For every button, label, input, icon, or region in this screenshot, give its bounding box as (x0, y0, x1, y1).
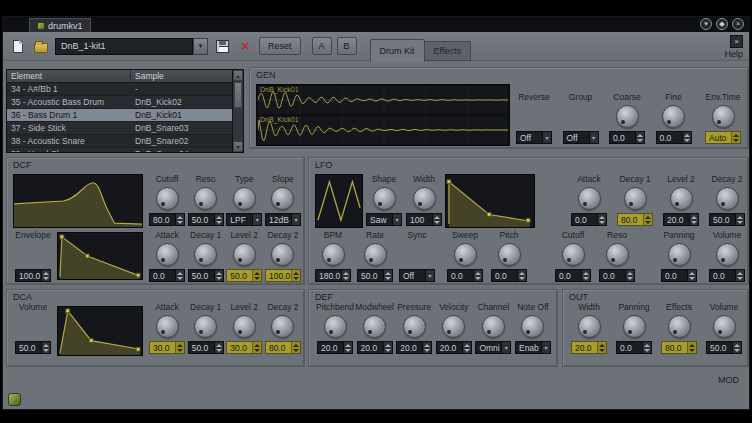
def-pitchbend-knob[interactable] (324, 315, 347, 338)
out-effects-spinbox[interactable]: 80.0 (661, 341, 697, 354)
dcf-decay2-knob[interactable] (271, 243, 294, 266)
spin-down-icon[interactable] (423, 348, 431, 354)
dca-attack-spinbox[interactable]: 30.0 (149, 341, 185, 354)
spin-arrows[interactable] (343, 342, 352, 353)
spin-arrows[interactable] (731, 132, 740, 143)
spin-down-icon[interactable] (683, 138, 691, 144)
dcf-slope-combo[interactable]: 12dB▾ (265, 213, 301, 226)
spin-down-icon[interactable] (636, 138, 644, 144)
dca-level2-spinbox[interactable]: 30.0 (226, 341, 262, 354)
def-noteoff-combo[interactable]: Enab▾ (515, 341, 551, 354)
spin-arrows[interactable] (41, 270, 50, 281)
spin-down-icon[interactable] (732, 138, 740, 144)
spin-down-icon[interactable] (736, 276, 744, 282)
lfo-envelope-graph[interactable] (445, 174, 535, 228)
dcf-level2-knob[interactable] (233, 243, 256, 266)
def-modwheel-knob[interactable] (363, 315, 386, 338)
spin-arrows[interactable] (642, 342, 651, 353)
env-time-knob[interactable] (712, 105, 735, 128)
dcf-type-combo[interactable]: LPF▾ (226, 213, 262, 226)
spin-down-icon[interactable] (643, 348, 651, 354)
spin-down-icon[interactable] (384, 348, 392, 354)
bank-b-button[interactable]: B (337, 37, 357, 55)
env-time-spinbox[interactable]: Auto (705, 131, 741, 144)
spin-arrows[interactable] (383, 270, 392, 281)
lfo-attack-knob[interactable] (578, 187, 601, 210)
lfo-cutoff-knob[interactable] (562, 243, 585, 266)
spin-down-icon[interactable] (42, 348, 50, 354)
spin-arrows[interactable] (383, 342, 392, 353)
lfo-pitch-knob[interactable] (498, 243, 521, 266)
spin-down-icon[interactable] (626, 276, 634, 282)
dca-decay1-spinbox[interactable]: 50.0 (188, 341, 224, 354)
spin-down-icon[interactable] (176, 220, 184, 226)
lfo-reso-knob[interactable] (606, 243, 629, 266)
dcf-level2-spinbox[interactable]: 50.0 (226, 269, 262, 282)
def-pressure-knob[interactable] (403, 315, 426, 338)
spin-down-icon[interactable] (42, 276, 50, 282)
spin-down-icon[interactable] (344, 348, 352, 354)
spin-down-icon[interactable] (342, 276, 350, 282)
scroll-down-icon[interactable]: ▾ (233, 141, 243, 152)
lfo-volume-knob[interactable] (716, 243, 739, 266)
dcf-cutoff-knob[interactable] (156, 187, 179, 210)
group-combo[interactable]: Off▾ (563, 131, 599, 144)
column-header-sample[interactable]: Sample (131, 70, 243, 83)
dcf-envelope-spinbox[interactable]: 100.0 (15, 269, 51, 282)
def-channel-knob[interactable] (482, 315, 505, 338)
lfo-sweep-spinbox[interactable]: 0.0 (447, 269, 483, 282)
list-item[interactable]: 37 - Side StickDnB_Snare03 (7, 122, 232, 135)
column-header-element[interactable]: Element (7, 70, 131, 83)
dcf-cutoff-spinbox[interactable]: 80.0 (149, 213, 185, 226)
list-item[interactable]: 36 - Bass Drum 1DnB_Kick01 (7, 109, 232, 122)
dcf-envelope-graph[interactable] (57, 232, 143, 280)
spin-down-icon[interactable] (688, 276, 696, 282)
spin-down-icon[interactable] (292, 348, 300, 354)
spin-down-icon[interactable] (598, 220, 606, 226)
def-velocity-knob[interactable] (442, 315, 465, 338)
reverse-combo[interactable]: Off▾ (516, 131, 552, 144)
maximize-button[interactable]: ◆ (716, 18, 728, 30)
def-velocity-spinbox[interactable]: 20.0 (436, 341, 472, 354)
spin-arrows[interactable] (422, 342, 431, 353)
lfo-cutoff-spinbox[interactable]: 0.0 (555, 269, 591, 282)
spin-arrows[interactable] (732, 342, 741, 353)
dcf-type-knob[interactable] (233, 187, 256, 210)
lfo-shape-knob[interactable] (373, 187, 396, 210)
def-pitchbend-spinbox[interactable]: 20.0 (317, 341, 353, 354)
window-title-tab[interactable]: drumkv1 (29, 18, 91, 32)
spin-arrows[interactable] (214, 270, 223, 281)
spin-arrows[interactable] (175, 342, 184, 353)
lfo-level2-spinbox[interactable]: 20.0 (663, 213, 699, 226)
list-scrollbar[interactable]: ▴ ▾ (232, 70, 243, 152)
lfo-sweep-knob[interactable] (454, 243, 477, 266)
spin-down-icon[interactable] (292, 276, 300, 282)
preset-combo[interactable]: DnB_1-kit1 ▾ (55, 38, 208, 55)
spin-down-icon[interactable] (733, 348, 741, 354)
spin-arrows[interactable] (643, 214, 652, 225)
spin-down-icon[interactable] (176, 348, 184, 354)
spin-arrows[interactable] (735, 270, 744, 281)
help-menu[interactable]: Help (724, 49, 743, 59)
lfo-shape-combo[interactable]: Saw▾ (366, 213, 402, 226)
def-modwheel-spinbox[interactable]: 20.0 (357, 341, 393, 354)
spin-arrows[interactable] (175, 214, 184, 225)
spin-down-icon[interactable] (215, 348, 223, 354)
spin-down-icon[interactable] (518, 276, 526, 282)
lfo-rate-spinbox[interactable]: 50.0 (357, 269, 393, 282)
dcf-filter-graph[interactable] (13, 174, 143, 228)
chevron-down-icon[interactable]: ▾ (193, 38, 208, 55)
save-preset-button[interactable] (213, 37, 231, 55)
spin-arrows[interactable] (597, 342, 606, 353)
tab-drum-kit[interactable]: Drum Kit (370, 39, 425, 62)
sample-waveform-display[interactable]: DnB_Kick01 DnB_Kick01 (256, 84, 510, 146)
spin-arrows[interactable] (581, 270, 590, 281)
out-panning-knob[interactable] (623, 315, 646, 338)
minimize-button[interactable]: ▾ (700, 18, 712, 30)
lfo-panning-spinbox[interactable]: 0.0 (661, 269, 697, 282)
lfo-pitch-spinbox[interactable]: 0.0 (491, 269, 527, 282)
spin-arrows[interactable] (291, 342, 300, 353)
out-width-knob[interactable] (578, 315, 601, 338)
dcf-attack-spinbox[interactable]: 0.0 (149, 269, 185, 282)
lfo-width-spinbox[interactable]: 100 (406, 213, 442, 226)
